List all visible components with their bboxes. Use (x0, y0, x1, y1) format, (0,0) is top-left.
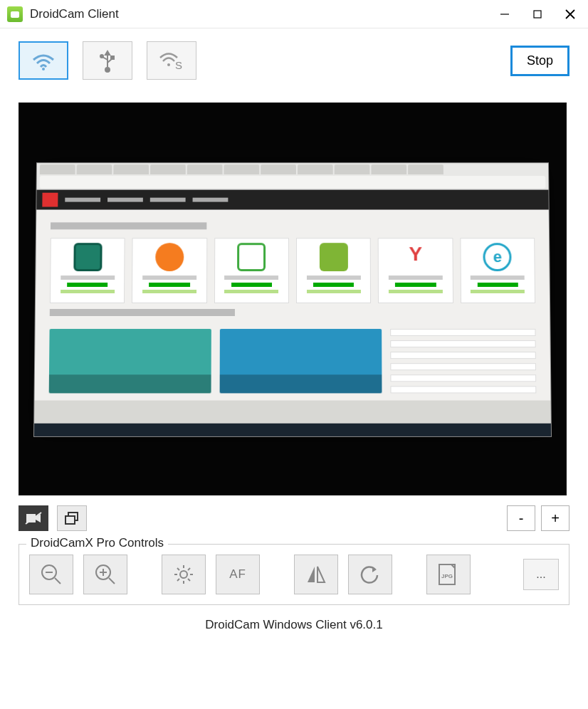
toggle-video-button[interactable] (19, 505, 48, 531)
save-jpg-button[interactable]: JPG (426, 555, 471, 594)
camera-feed: Y e (33, 162, 552, 437)
pro-controls-title: DroidCamX Pro Controls (26, 536, 168, 550)
app-icon (7, 6, 23, 22)
svg-point-22 (180, 571, 187, 578)
close-button[interactable] (554, 0, 587, 28)
preview-heading-2 (50, 309, 235, 316)
svg-rect-14 (65, 516, 75, 524)
svg-line-30 (177, 579, 179, 581)
svg-rect-1 (534, 11, 541, 18)
svg-point-4 (42, 68, 45, 70)
svg-point-6 (100, 55, 103, 58)
connection-mode-row: S Stop (19, 41, 569, 80)
usb-mode-button[interactable] (83, 41, 132, 80)
zoom-in-button[interactable]: + (541, 505, 569, 531)
rotate-icon (359, 564, 381, 585)
svg-line-28 (188, 579, 190, 581)
brightness-icon (172, 563, 195, 586)
popout-icon (64, 511, 80, 525)
window-controls (488, 0, 587, 28)
af-label: AF (229, 567, 246, 582)
pro-zoom-out-button[interactable] (29, 555, 73, 594)
svg-line-27 (177, 568, 179, 570)
minimize-button[interactable] (488, 0, 521, 28)
zoom-out-icon (39, 562, 63, 587)
footer-version: DroidCam Windows Client v6.0.1 (19, 618, 569, 632)
svg-point-9 (167, 63, 170, 66)
usb-icon (97, 48, 118, 73)
pro-zoom-in-button[interactable] (83, 555, 127, 594)
wifi-s-icon: S (157, 49, 186, 72)
camera-off-icon (25, 511, 42, 525)
svg-text:JPG: JPG (441, 573, 453, 579)
wifi-mode-button[interactable] (19, 41, 68, 80)
zoom-out-button[interactable]: - (507, 505, 535, 531)
rotate-button[interactable] (348, 555, 392, 594)
jpg-icon: JPG (436, 562, 461, 587)
stop-button[interactable]: Stop (510, 46, 569, 76)
svg-text:S: S (175, 59, 182, 71)
wifi-server-mode-button[interactable]: S (147, 41, 196, 80)
svg-point-8 (105, 68, 110, 72)
app-title: DroidCam Client (30, 7, 488, 21)
video-preview: Y e (19, 103, 567, 495)
preview-heading-1 (51, 222, 206, 229)
titlebar: DroidCam Client (0, 0, 588, 28)
svg-line-29 (188, 568, 190, 570)
pro-controls-section: DroidCamX Pro Controls (19, 544, 569, 605)
autofocus-button[interactable]: AF (216, 555, 260, 594)
svg-line-21 (109, 578, 115, 584)
more-button[interactable]: ... (523, 559, 559, 590)
brightness-button[interactable] (162, 555, 206, 594)
mirror-icon (305, 564, 327, 585)
preview-controls-row: - + (19, 505, 569, 531)
wifi-icon (30, 50, 57, 71)
popout-button[interactable] (57, 505, 87, 531)
maximize-button[interactable] (521, 0, 554, 28)
svg-rect-7 (111, 56, 114, 59)
zoom-in-icon (93, 562, 117, 587)
svg-line-17 (55, 578, 61, 584)
mirror-button[interactable] (294, 555, 338, 594)
